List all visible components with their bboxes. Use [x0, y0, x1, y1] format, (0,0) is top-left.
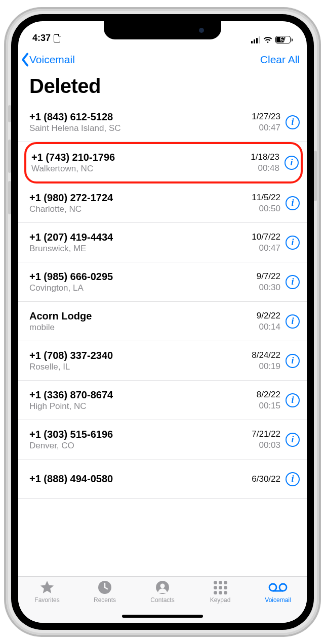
caller-name: +1 (708) 337-2340	[29, 350, 252, 361]
info-button[interactable]: i	[286, 393, 300, 407]
voicemail-date: 1/27/23	[252, 111, 280, 122]
power-button	[314, 151, 317, 201]
voicemail-date: 9/7/22	[257, 271, 280, 282]
caller-name: +1 (985) 666-0295	[29, 271, 257, 283]
voicemail-date: 8/2/22	[257, 389, 280, 400]
caller-name: +1 (888) 494-0580	[29, 473, 252, 485]
tab-label: Keypad	[210, 596, 231, 604]
voicemail-meta: 9/2/2200:14	[257, 310, 280, 332]
voicemail-meta: 8/2/2200:15	[257, 389, 280, 411]
caller-location: Roselle, IL	[29, 362, 252, 372]
battery-icon: 57	[275, 36, 293, 43]
sim-icon	[54, 34, 60, 42]
voicemail-date: 10/7/22	[252, 232, 280, 242]
voicemail-duration: 00:30	[257, 282, 280, 293]
voicemail-duration: 00:47	[252, 122, 280, 133]
caller-location: Covington, LA	[29, 283, 257, 293]
voicemail-duration: 00:47	[252, 243, 280, 253]
caller-location: Charlotte, NC	[29, 204, 252, 214]
screen: 4:37 57	[18, 21, 307, 623]
svg-point-2	[160, 584, 165, 588]
page-title: Deleted	[18, 73, 307, 103]
caller-location: mobile	[29, 323, 257, 333]
clear-all-button[interactable]: Clear All	[260, 54, 300, 66]
phone-frame: 4:37 57	[6, 9, 319, 635]
caller-location: Denver, CO	[29, 441, 252, 451]
voicemail-list[interactable]: +1 (843) 612-5128Saint Helena Island, SC…	[18, 103, 307, 576]
voicemail-date: 7/21/22	[252, 429, 280, 439]
voicemail-row[interactable]: +1 (980) 272-1724Charlotte, NC11/5/2200:…	[18, 183, 307, 223]
caller-name: +1 (303) 515-6196	[29, 429, 252, 440]
voicemail-duration: 00:15	[257, 400, 280, 411]
info-button[interactable]: i	[286, 115, 300, 129]
person-icon	[155, 580, 170, 595]
tab-label: Recents	[94, 596, 116, 604]
voicemail-date: 11/5/22	[252, 192, 280, 203]
caller-name: +1 (336) 870-8674	[29, 389, 257, 401]
voicemail-icon	[268, 580, 288, 595]
star-icon	[39, 580, 55, 595]
voicemail-meta: 10/7/2200:47	[252, 232, 280, 253]
voicemail-row[interactable]: +1 (708) 337-2340Roselle, IL8/24/2200:19…	[18, 341, 307, 381]
voicemail-date: 6/30/22	[252, 474, 280, 484]
voicemail-date: 9/2/22	[257, 310, 280, 321]
info-button[interactable]: i	[286, 275, 300, 289]
voicemail-row[interactable]: +1 (985) 666-0295Covington, LA9/7/2200:3…	[18, 262, 307, 302]
voicemail-date: 8/24/22	[252, 350, 280, 360]
caller-name: +1 (843) 612-5128	[29, 111, 252, 123]
caller-name: Acorn Lodge	[29, 310, 257, 322]
caller-name: +1 (207) 419-4434	[29, 232, 252, 243]
caller-location: Walkertown, NC	[31, 164, 251, 174]
voicemail-duration: 00:19	[252, 361, 280, 372]
voicemail-date: 1/18/23	[251, 152, 279, 162]
tab-bar: Favorites Recents Contacts	[18, 576, 307, 623]
voicemail-duration: 00:14	[257, 321, 280, 332]
tab-favorites[interactable]: Favorites	[18, 580, 76, 623]
back-label: Voicemail	[29, 54, 75, 66]
clock-icon	[98, 580, 112, 595]
voicemail-duration: 00:03	[252, 440, 280, 450]
info-button[interactable]: i	[286, 196, 300, 210]
info-button[interactable]: i	[286, 433, 300, 447]
voicemail-row[interactable]: +1 (843) 612-5128Saint Helena Island, SC…	[18, 103, 307, 142]
caller-name: +1 (743) 210-1796	[31, 152, 251, 163]
caller-location: Saint Helena Island, SC	[29, 123, 252, 133]
keypad-icon	[214, 580, 227, 595]
voicemail-meta: 6/30/22	[252, 474, 280, 484]
back-button[interactable]: Voicemail	[20, 53, 75, 67]
svg-point-4	[279, 584, 287, 591]
battery-percent: 57	[276, 36, 290, 43]
voicemail-row[interactable]: +1 (743) 210-1796Walkertown, NC1/18/2300…	[25, 143, 302, 182]
info-button[interactable]: i	[286, 236, 300, 250]
voicemail-row[interactable]: +1 (207) 419-4434Brunswick, ME10/7/2200:…	[18, 223, 307, 262]
tab-label: Voicemail	[265, 596, 291, 604]
caller-location: Brunswick, ME	[29, 244, 252, 254]
nav-bar: Voicemail Clear All	[18, 47, 307, 73]
tab-voicemail[interactable]: Voicemail	[249, 580, 307, 623]
chevron-left-icon	[20, 53, 29, 67]
home-indicator[interactable]	[122, 615, 203, 618]
wifi-icon	[263, 36, 272, 43]
tab-label: Favorites	[34, 596, 59, 604]
voicemail-meta: 11/5/2200:50	[252, 192, 280, 214]
info-button[interactable]: i	[286, 472, 300, 486]
status-time: 4:37	[32, 33, 51, 43]
notch	[104, 21, 221, 39]
tab-label: Contacts	[150, 596, 174, 604]
info-button[interactable]: i	[285, 156, 299, 170]
voicemail-meta: 7/21/2200:03	[252, 429, 280, 450]
info-button[interactable]: i	[286, 354, 300, 368]
voicemail-row[interactable]: +1 (888) 494-05806/30/22i	[18, 459, 307, 499]
voicemail-row[interactable]: +1 (303) 515-6196Denver, CO7/21/2200:03i	[18, 420, 307, 459]
info-button[interactable]: i	[286, 314, 300, 329]
voicemail-duration: 00:50	[252, 203, 280, 214]
voicemail-meta: 1/27/2300:47	[252, 111, 280, 133]
voicemail-meta: 1/18/2300:48	[251, 152, 279, 173]
cellular-signal-icon	[251, 36, 260, 43]
caller-name: +1 (980) 272-1724	[29, 192, 252, 204]
voicemail-meta: 9/7/2200:30	[257, 271, 280, 293]
svg-point-3	[269, 584, 276, 591]
voicemail-row[interactable]: Acorn Lodgemobile9/2/2200:14i	[18, 302, 307, 341]
voicemail-row[interactable]: +1 (336) 870-8674High Point, NC8/2/2200:…	[18, 381, 307, 420]
voicemail-meta: 8/24/2200:19	[252, 350, 280, 372]
